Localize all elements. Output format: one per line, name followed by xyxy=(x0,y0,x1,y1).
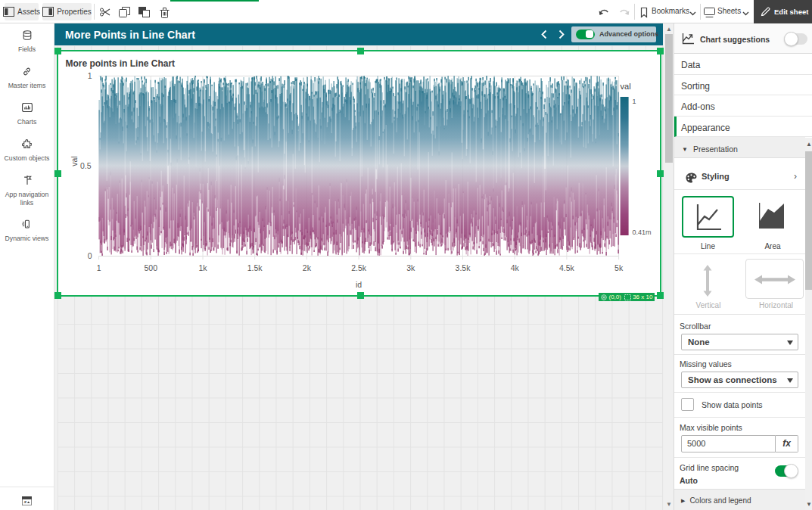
svg-text:4k: 4k xyxy=(511,263,520,272)
svg-text:4.5k: 4.5k xyxy=(559,263,575,272)
svg-text:x: x xyxy=(23,499,27,504)
svg-text:2k: 2k xyxy=(303,263,312,272)
svg-text:500: 500 xyxy=(145,263,158,272)
svg-text:1k: 1k xyxy=(199,263,208,272)
svg-text:5k: 5k xyxy=(614,263,624,272)
svg-text:val: val xyxy=(70,156,79,166)
svg-text:1: 1 xyxy=(633,98,636,105)
svg-text:1: 1 xyxy=(97,263,101,272)
svg-text:1.5k: 1.5k xyxy=(247,263,263,272)
svg-text:0.5: 0.5 xyxy=(80,161,92,170)
svg-text:3.5k: 3.5k xyxy=(456,263,471,272)
svg-text:0.41m: 0.41m xyxy=(633,229,652,236)
svg-text:id: id xyxy=(356,280,362,289)
svg-text:1: 1 xyxy=(88,71,92,80)
svg-text:3k: 3k xyxy=(407,263,416,272)
svg-text:val: val xyxy=(621,82,631,91)
svg-text:2.5k: 2.5k xyxy=(352,263,368,272)
svg-text:0: 0 xyxy=(88,251,92,260)
